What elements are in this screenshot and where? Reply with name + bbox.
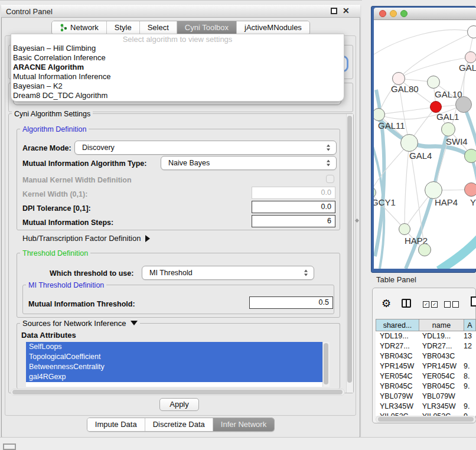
table-row[interactable]: YBR045CYBR045C9. — [376, 381, 476, 392]
table-row[interactable]: YER054CYER054C8. — [376, 371, 476, 381]
table-row[interactable]: YIL052CYIL052C9 — [376, 412, 476, 416]
columns-icon[interactable] — [402, 299, 411, 308]
mi-threshold-input[interactable]: 0.5 — [249, 296, 333, 309]
apply-button[interactable]: Apply — [159, 398, 199, 411]
zoom-window-button[interactable] — [400, 10, 407, 17]
column-header-shared[interactable]: shared... — [376, 319, 419, 331]
minimize-window-button[interactable] — [390, 10, 397, 17]
attribute-item[interactable]: TopologicalCoefficient — [26, 352, 325, 362]
tab-infer-network[interactable]: Infer Network — [213, 418, 274, 431]
algorithm-option[interactable]: Dream8 DC_TDC Algorithm — [11, 91, 342, 100]
network-node[interactable] — [464, 149, 476, 163]
mi-type-label: Mutual Information Algorithm Type: — [22, 159, 146, 168]
bottom-tabbar: Impute Data Discretize Data Infer Networ… — [1, 418, 360, 432]
which-threshold-select[interactable]: MI Threshold — [142, 266, 314, 280]
table-cell: 9. — [461, 361, 476, 371]
cyni-algorithm-settings-legend: Cyni Algorithm Settings — [12, 110, 93, 118]
settings-scrollbar-thumb[interactable] — [347, 116, 352, 383]
network-node-hap2[interactable] — [399, 223, 410, 235]
tab-discretize-data[interactable]: Discretize Data — [145, 418, 213, 431]
expand-right-icon — [145, 235, 150, 242]
mi-threshold-label: Mutual Information Threshold: — [28, 300, 135, 308]
table-row[interactable]: YBR043CYBR043C — [376, 351, 476, 361]
sources-legend[interactable]: Sources for Network Inference — [20, 319, 140, 328]
close-panel-icon[interactable]: ✕ — [343, 6, 350, 15]
network-node-label: GAL1 — [436, 112, 459, 122]
table-cell: YDR27... — [376, 341, 418, 351]
float-panel-icon[interactable] — [331, 8, 337, 14]
network-icon — [60, 24, 67, 32]
mi-steps-input[interactable]: 6 — [252, 215, 335, 227]
algorithm-dropdown-list: Bayesian – Hill ClimbingBasic Correlatio… — [11, 44, 342, 100]
mi-type-value: Naive Bayes — [168, 159, 210, 167]
kernel-width-input[interactable]: 0.0 — [252, 187, 335, 199]
network-window-titlebar[interactable] — [374, 8, 476, 20]
network-node-gal10[interactable] — [427, 76, 440, 89]
network-node-swi4[interactable] — [441, 122, 455, 136]
document-icon[interactable] — [471, 296, 476, 306]
which-threshold-label: Which threshold to use: — [50, 269, 133, 278]
network-node-gal[interactable] — [465, 51, 476, 63]
algorithm-option[interactable]: Bayesian – K2 — [11, 81, 342, 91]
mi-threshold-legend: MI Threshold Definition — [26, 281, 106, 289]
algorithm-option[interactable]: Basic Correlation Inference — [11, 53, 342, 63]
checked-columns-icon[interactable]: ✓✓ — [423, 301, 438, 308]
table-cell: YDR27... — [418, 341, 461, 351]
manual-kernel-checkbox[interactable] — [326, 175, 334, 183]
network-canvas[interactable]: GALGAL80GAL10GAL1GAL11GAL4SWI4GCY1HAP4YH… — [374, 20, 476, 269]
gear-icon[interactable]: ⚙ — [382, 297, 391, 310]
column-header-name[interactable]: name — [419, 319, 464, 331]
table-cell: YIL052C — [376, 412, 418, 416]
network-node-gal1[interactable] — [430, 101, 442, 113]
collapse-down-icon — [131, 321, 138, 325]
algorithm-option[interactable]: ARACNE Algorithm — [11, 63, 342, 72]
table-row[interactable]: YDL19...YDL19...13 — [376, 331, 476, 341]
attribute-item[interactable]: SelfLoops — [26, 342, 325, 352]
manual-kernel-label: Manual Kernel Width Definition — [22, 176, 132, 184]
unchecked-columns-icon[interactable] — [444, 301, 459, 308]
algorithm-dropdown-placeholder: Select algorithm to view settings — [11, 35, 344, 44]
hub-definition-label: Hub/Transcription Factor Definition — [22, 234, 141, 243]
network-node-label: GAL11 — [378, 120, 405, 131]
table-panel-title: Table Panel — [376, 275, 416, 284]
algorithm-option[interactable]: Bayesian – Hill Climbing — [11, 44, 342, 53]
table-cell: YLR345W — [376, 402, 418, 412]
tab-select[interactable]: Select — [139, 21, 177, 34]
table-hscrollbar-thumb[interactable] — [378, 417, 474, 422]
tab-jactivemnodules[interactable]: jActiveMNodules — [236, 21, 309, 34]
table-cell: YBL079W — [376, 392, 418, 402]
attributes-scrollbar-thumb[interactable] — [324, 343, 328, 384]
settings-hscrollbar-thumb[interactable] — [12, 390, 343, 394]
dpi-tolerance-input[interactable]: 0.0 — [252, 201, 335, 213]
table-row[interactable]: YBL079WYBL079W — [376, 392, 476, 402]
network-node-gal80[interactable] — [392, 72, 405, 85]
table-row[interactable]: YDR27...YDR27...12 — [376, 341, 476, 351]
hub-definition-toggle[interactable]: Hub/Transcription Factor Definition — [22, 234, 150, 243]
algorithm-option[interactable]: Mutual Information Inference — [11, 72, 342, 81]
control-panel-title: Control Panel — [6, 7, 53, 16]
network-node-y[interactable] — [464, 182, 476, 197]
table-row[interactable]: YPR145WYPR145W9. — [376, 361, 476, 371]
tab-cyni-toolbox[interactable]: Cyni Toolbox — [177, 21, 236, 34]
attribute-item[interactable]: gal4RGexp — [26, 372, 325, 382]
table-cell: 8. — [461, 371, 476, 381]
window-top-edge — [0, 0, 362, 1]
close-window-button[interactable] — [379, 10, 386, 17]
tab-network[interactable]: Network — [52, 21, 106, 34]
network-node[interactable] — [467, 25, 476, 38]
table-cell: YPR145W — [376, 361, 418, 371]
collapsed-panel-button[interactable] — [3, 444, 16, 450]
attribute-item[interactable]: BetweennessCentrality — [26, 362, 325, 372]
network-node-gal4[interactable] — [400, 134, 418, 152]
control-panel-tabbar: Network Style Select Cyni Toolbox jActiv… — [1, 21, 360, 35]
tab-impute-data[interactable]: Impute Data — [87, 418, 145, 431]
tab-style[interactable]: Style — [106, 21, 139, 34]
network-node[interactable] — [418, 243, 431, 256]
network-node-hap4[interactable] — [425, 181, 442, 199]
which-threshold-value: MI Threshold — [149, 269, 193, 277]
table-row[interactable]: YLR345WYLR345W9. — [376, 402, 476, 412]
network-node[interactable] — [455, 96, 472, 113]
aracne-mode-select[interactable]: Discovery — [74, 141, 337, 155]
column-header-extra[interactable]: A — [464, 319, 476, 331]
mi-type-select[interactable]: Naive Bayes — [161, 156, 337, 170]
